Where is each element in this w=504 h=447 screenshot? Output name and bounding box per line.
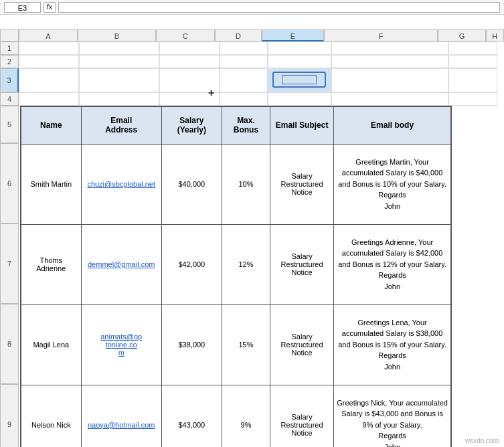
row-num-8[interactable]: 8 <box>0 304 19 384</box>
cell-e3[interactable] <box>268 68 331 92</box>
col-header-a[interactable]: A <box>19 29 78 41</box>
cell-salary-3: $38,000 <box>161 304 222 385</box>
cell-e1[interactable] <box>268 41 331 55</box>
cursor-plus-icon: + <box>208 87 214 99</box>
cell-subject-4: SalaryRestructuredNotice <box>270 385 334 447</box>
cell-b3[interactable] <box>79 68 159 92</box>
th-email: EmailAddress <box>81 106 161 144</box>
formula-input[interactable] <box>58 2 500 13</box>
row-1 <box>19 41 504 55</box>
main-grid: 1 2 3 4 5 6 7 8 9 10 <box>0 41 504 447</box>
cell-name-1: Smith Martin <box>21 144 81 224</box>
cell-d1[interactable] <box>220 41 268 55</box>
email-link-4[interactable]: naoya@hotmail.com <box>88 421 155 429</box>
cell-body-1: Greetings Martin, Your accumulated Salar… <box>334 144 451 224</box>
cell-bonus-1: 10% <box>222 144 270 224</box>
row-num-5[interactable]: 5 <box>0 106 19 143</box>
cell-a2[interactable] <box>19 55 79 68</box>
row-col-corner <box>0 29 19 41</box>
col-header-b[interactable]: B <box>78 29 156 41</box>
col-header-f[interactable]: F <box>324 29 438 41</box>
cell-c1[interactable] <box>159 41 220 55</box>
data-table-wrapper: Name EmailAddress Salary(Yearly) Max.Bon… <box>19 106 504 447</box>
cell-name-4: Nelson Nick <box>21 385 81 447</box>
cell-f4[interactable] <box>331 92 448 106</box>
cell-b2[interactable] <box>79 55 159 68</box>
cell-name-2: ThomsAdrienne <box>21 224 81 304</box>
formula-insert-btn[interactable]: fx <box>44 2 56 13</box>
row-num-4[interactable]: 4 <box>0 92 19 106</box>
cell-name-3: Magil Lena <box>21 304 81 385</box>
cell-bonus-2: 12% <box>222 224 270 304</box>
data-table: Name EmailAddress Salary(Yearly) Max.Bon… <box>20 106 452 447</box>
cell-g2[interactable] <box>448 55 497 68</box>
col-header-c[interactable]: C <box>156 29 215 41</box>
formula-bar-area: E3 fx <box>0 0 504 29</box>
cell-d3[interactable] <box>220 68 268 92</box>
cell-email-1[interactable]: chuzi@sbcglobal.net <box>81 144 161 224</box>
table-row: Smith Martin chuzi@sbcglobal.net $40,000… <box>21 144 451 224</box>
cell-f3[interactable] <box>331 68 448 92</box>
th-subject: Email Subject <box>270 106 334 144</box>
spreadsheet-container: E3 fx A B C D E F G H 1 2 3 4 5 6 7 8 9 … <box>0 0 504 447</box>
floating-button[interactable] <box>272 72 326 88</box>
row-3: + <box>19 68 504 92</box>
col-header-d[interactable]: D <box>215 29 262 41</box>
cells-area: + Name EmailAddress <box>19 41 504 447</box>
row-2 <box>19 55 504 68</box>
cell-email-2[interactable]: demmel@gmail.com <box>81 224 161 304</box>
watermark: wsxdn.com <box>465 437 499 444</box>
cell-body-4: Greetings Nick, Your accumulated Salary … <box>334 385 451 447</box>
col-header-e[interactable]: E <box>262 29 324 41</box>
row-num-3[interactable]: 3 <box>0 68 19 92</box>
table-row: Nelson Nick naoya@hotmail.com $43,000 9%… <box>21 385 451 447</box>
row-num-7[interactable]: 7 <box>0 224 19 304</box>
row-4 <box>19 92 504 106</box>
cell-e4[interactable] <box>268 92 331 106</box>
cell-b4[interactable] <box>79 92 159 106</box>
th-bonus: Max.Bonus <box>222 106 270 144</box>
cell-email-4[interactable]: naoya@hotmail.com <box>81 385 161 447</box>
cell-a3[interactable] <box>19 68 79 92</box>
th-body: Email body <box>334 106 451 144</box>
cell-e2[interactable] <box>268 55 331 68</box>
row-numbers: 1 2 3 4 5 6 7 8 9 10 <box>0 41 19 447</box>
cell-f2[interactable] <box>331 55 448 68</box>
cell-salary-1: $40,000 <box>161 144 222 224</box>
cell-a4[interactable] <box>19 92 79 106</box>
cell-a1[interactable] <box>19 41 79 55</box>
cell-salary-4: $43,000 <box>161 385 222 447</box>
cell-g1[interactable] <box>448 41 497 55</box>
email-link-2[interactable]: demmel@gmail.com <box>88 260 155 268</box>
name-box[interactable]: E3 <box>4 2 41 13</box>
cell-c2[interactable] <box>159 55 220 68</box>
email-link-1[interactable]: chuzi@sbcglobal.net <box>87 180 155 188</box>
th-salary: Salary(Yearly) <box>161 106 222 144</box>
table-row: ThomsAdrienne demmel@gmail.com $42,000 1… <box>21 224 451 304</box>
cell-bonus-3: 15% <box>222 304 270 385</box>
row-num-9[interactable]: 9 <box>0 384 19 447</box>
email-link-3[interactable]: animats@optonline.com <box>100 333 142 357</box>
column-headers: A B C D E F G H <box>0 29 504 41</box>
inner-button-rect <box>282 75 317 84</box>
cell-g4[interactable] <box>448 92 497 106</box>
cell-subject-1: SalaryRestructuredNotice <box>270 144 334 224</box>
cell-d2[interactable] <box>220 55 268 68</box>
cell-d4[interactable] <box>220 92 268 106</box>
cell-b1[interactable] <box>79 41 159 55</box>
row-num-2[interactable]: 2 <box>0 55 19 68</box>
cell-subject-2: SalaryRestructuredNotice <box>270 224 334 304</box>
col-header-h[interactable]: H <box>486 29 504 41</box>
cell-f1[interactable] <box>331 41 448 55</box>
th-name: Name <box>21 106 81 144</box>
cell-bonus-4: 9% <box>222 385 270 447</box>
cell-salary-2: $42,000 <box>161 224 222 304</box>
cell-body-2: Greetings Adrienne, Your accumulated Sal… <box>334 224 451 304</box>
cell-g3[interactable] <box>448 68 497 92</box>
row-num-1[interactable]: 1 <box>0 41 19 55</box>
table-header-row: Name EmailAddress Salary(Yearly) Max.Bon… <box>21 106 451 144</box>
row-num-6[interactable]: 6 <box>0 143 19 224</box>
col-header-g[interactable]: G <box>438 29 485 41</box>
cell-body-3: Greetings Lena, Your accumulated Salary … <box>334 304 451 385</box>
cell-email-3[interactable]: animats@optonline.com <box>81 304 161 385</box>
